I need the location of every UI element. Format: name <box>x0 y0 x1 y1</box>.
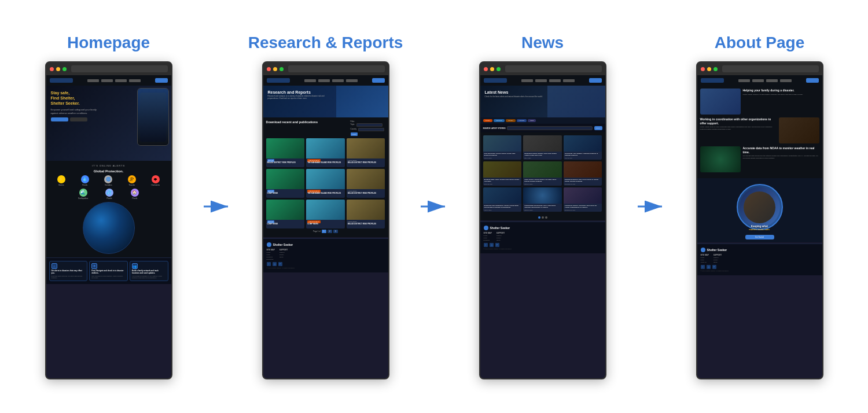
rr-page-1[interactable]: 1 <box>322 230 326 233</box>
main-layout: Homepage <box>0 0 868 413</box>
about-support-link[interactable]: Support <box>713 257 722 259</box>
about-privacy-link[interactable]: Privacy <box>713 259 722 261</box>
news-navbar <box>480 75 605 86</box>
news-frame: Latest News Check for the latest alerts … <box>479 61 606 379</box>
rr-login-button[interactable] <box>372 78 385 83</box>
about-footer-links: SITE MAP Home News About Us SUPPORT Supp… <box>701 254 819 263</box>
google-play-button[interactable] <box>70 117 87 121</box>
rr-country-row: Country <box>351 128 385 131</box>
rr-sitemap-title: SITE MAP <box>267 249 275 251</box>
about-section-2-text: Working in coordination with other organ… <box>700 117 777 130</box>
news-cat-volcano[interactable]: Volcano <box>506 119 516 122</box>
rr-nav-link <box>332 79 344 82</box>
feature-card-3: 👥 Build a family network and track locat… <box>130 261 168 281</box>
rr-footer-logo-text: Shelter Seeker <box>273 243 293 246</box>
get-started-button[interactable] <box>51 117 68 121</box>
rr-card-1-text: BELIZE BELIZE DISTRICT RISK PROFILES <box>266 158 305 165</box>
minimize-btn-dot-rr <box>273 67 277 71</box>
news-article-8-title: Cutting Edge Partnerships: NOAA Data Hel… <box>524 205 556 208</box>
news-sitemap-home[interactable]: Home <box>484 235 492 237</box>
news-article-1-date: June 12, 2023 <box>484 157 521 159</box>
news-article-5-title: Study Shows: Shelter Seeker App News Sav… <box>524 179 556 182</box>
rr-sitemap-news[interactable]: News <box>267 254 275 256</box>
phone-mockup <box>137 88 169 146</box>
minimize-btn-dot <box>56 67 60 71</box>
rr-hero: Research and Reports Research and analys… <box>263 86 388 117</box>
rr-card-8-image <box>306 200 345 220</box>
news-sitemap-col: SITE MAP Home News Research <box>484 232 492 241</box>
rr-page-2[interactable]: 2 <box>328 230 332 233</box>
news-article-5: Study Shows: Shelter Seeker App News Sav… <box>523 161 562 186</box>
feature-1-title: Get alerts to disasters that may effect … <box>52 270 86 275</box>
about-navbar <box>697 75 822 86</box>
news-facebook-icon[interactable]: f <box>484 243 488 247</box>
about-social-row: f ◎ P <box>701 265 819 269</box>
rr-card-8: THE BAHAMAS COMP NEWS <box>306 200 345 228</box>
news-sitemap-news[interactable]: News <box>484 237 492 239</box>
news-article-3-text: Technology App Updates: Advanced Feature… <box>564 152 602 160</box>
rr-instagram-icon[interactable]: ◎ <box>273 262 277 266</box>
rr-card-4: BELIZE COMP NEWS <box>266 169 305 198</box>
about-facebook-icon[interactable]: f <box>701 265 705 269</box>
news-privacy-link[interactable]: Privacy <box>496 237 505 239</box>
global-title: IT'S ONLINE ALERTS <box>50 164 168 167</box>
about-sitemap-home[interactable]: Home <box>701 257 709 259</box>
news-cat-wildfire[interactable]: Wildfire <box>483 119 492 122</box>
rr-card-3-text: COMP NEWS BELIZE DISTRICT RISK PROFILES <box>347 158 385 165</box>
news-page-dot-2[interactable] <box>542 216 544 219</box>
news-pinterest-icon[interactable]: P <box>495 243 499 247</box>
about-sitemap-about[interactable]: About Us <box>701 261 709 263</box>
news-cat-flooding[interactable]: Flooding <box>517 119 527 122</box>
login-button[interactable] <box>155 78 168 83</box>
rr-pinterest-icon[interactable]: P <box>278 262 282 266</box>
about-instagram-icon[interactable]: ◎ <box>707 265 711 269</box>
news-login-button[interactable] <box>589 78 602 83</box>
rr-sitemap-resources[interactable]: Resources <box>267 259 275 260</box>
rr-card-5-text: THE BAHAMAS THE BAHAMAS ISLAND RISK PROF… <box>306 189 345 196</box>
news-search-input[interactable] <box>507 126 592 130</box>
rr-support-terms[interactable]: Terms <box>279 256 288 258</box>
close-btn-dot <box>50 67 54 71</box>
about-section-3-text: Accurate data from NOAA to monitor weath… <box>743 146 819 159</box>
about-pinterest-icon[interactable]: P <box>712 265 716 269</box>
about-footer: Shelter Seeker SITE MAP Home News About … <box>697 244 822 275</box>
news-cat-hurricane[interactable]: Hurricane <box>494 119 505 122</box>
news-terms-link[interactable]: Terms <box>496 239 505 241</box>
news-copyright: © 2023 Shelter Seeker. All Rights Reserv… <box>484 248 602 250</box>
rr-support-support[interactable]: Support <box>279 252 288 253</box>
news-sitemap-research[interactable]: Research <box>484 239 492 241</box>
rr-sitemap-research[interactable]: Research <box>267 256 275 258</box>
news-support-link[interactable]: Support <box>496 235 505 237</box>
news-page-dot-1[interactable] <box>538 216 540 219</box>
quake-icon: 🌊 <box>79 189 87 197</box>
news-cat-media[interactable]: News <box>528 119 536 122</box>
browser-chrome-news <box>480 62 605 75</box>
news-article-4-title: Breaking News: FEMA Partners with Shelte… <box>484 179 520 182</box>
url-bar-rr <box>288 65 385 72</box>
browser-chrome-rr <box>263 62 388 75</box>
about-login-button[interactable] <box>806 78 819 83</box>
rr-topic-input[interactable] <box>356 123 382 127</box>
rr-section-title: Download recent and publications <box>266 120 351 124</box>
news-article-9-title: Community Efforts: Volunteers Join Force… <box>565 205 597 208</box>
rr-sitemap-home[interactable]: Home <box>267 252 275 253</box>
rr-facebook-icon[interactable]: f <box>267 262 271 266</box>
about-sitemap-news[interactable]: News <box>701 259 709 261</box>
about-support-col: SUPPORT Support Privacy Terms <box>713 254 722 263</box>
rr-support-privacy[interactable]: Privacy <box>279 254 288 256</box>
news-article-6-date: November 22, 2023 <box>565 183 601 185</box>
news-article-9-image <box>564 187 602 204</box>
rr-card-2-image <box>306 138 345 158</box>
news-search-button[interactable]: Search <box>594 126 602 130</box>
about-family-photo <box>744 191 775 223</box>
about-cta-button[interactable]: Get Started <box>745 235 774 239</box>
rr-country-label: Country <box>351 128 357 131</box>
news-page-dot-3[interactable] <box>545 216 547 219</box>
rr-page-3[interactable]: 3 <box>333 230 338 233</box>
news-logo <box>484 78 507 83</box>
news-instagram-icon[interactable]: ◎ <box>490 243 494 247</box>
about-terms-link[interactable]: Terms <box>713 261 722 263</box>
news-article-2-image <box>523 135 562 152</box>
rr-country-input[interactable] <box>358 128 384 131</box>
rr-submit-button[interactable]: Submit <box>351 132 358 136</box>
